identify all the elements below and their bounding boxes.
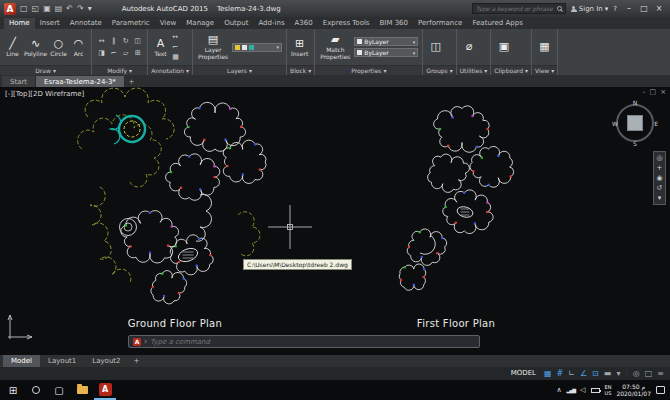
save-icon[interactable]: ▣ — [42, 4, 52, 13]
panel-properties-footer[interactable]: Properties▾ — [315, 65, 422, 75]
panel-modify-footer[interactable]: Modify▾ — [92, 65, 147, 75]
autocad-taskbar-button[interactable]: A — [94, 380, 116, 400]
tab-a360[interactable]: A360 — [290, 18, 318, 29]
viewcube-south-label[interactable]: S — [633, 140, 637, 147]
match-properties-button[interactable]: ▰Match Properties — [319, 34, 351, 60]
move-icon[interactable]: ↔ — [96, 36, 107, 47]
leader-icon[interactable]: ⌐ — [172, 43, 179, 51]
tray-expand-icon[interactable]: ∧ — [556, 386, 561, 394]
minimize-button[interactable]: – — [622, 2, 636, 15]
cortana-search-button[interactable] — [25, 380, 47, 400]
tab-home[interactable]: Home — [4, 18, 35, 29]
copy-icon[interactable]: ∥ — [108, 36, 119, 47]
group-button[interactable]: ◫ — [427, 41, 444, 53]
model-space-button[interactable]: MODEL — [508, 367, 539, 380]
doc-minimize-button[interactable]: – — [642, 88, 646, 96]
file-tab-start[interactable]: Start — [2, 76, 36, 87]
close-button[interactable]: × — [652, 2, 666, 15]
clean-screen-icon[interactable]: □ — [645, 367, 653, 380]
taskbar-clock[interactable]: 07:50 م 2020/01/07 — [616, 383, 651, 397]
tab-manage[interactable]: Manage — [181, 18, 219, 29]
file-explorer-button[interactable] — [71, 380, 93, 400]
measure-button[interactable]: ⌀ — [461, 41, 478, 53]
speaker-icon[interactable]: ◁ — [580, 386, 585, 394]
polar-tracking-icon[interactable]: ∠ — [580, 367, 587, 380]
open-icon[interactable]: ◱ — [31, 4, 41, 13]
mirror-icon[interactable]: ◫ — [132, 36, 143, 47]
tab-insert[interactable]: Insert — [35, 18, 65, 29]
app-menu-button[interactable]: A — [4, 3, 16, 15]
trim-icon[interactable]: ◨ — [96, 48, 107, 59]
viewport-controls-label[interactable]: [-][Top][2D Wireframe] — [5, 90, 84, 98]
object-color-select[interactable]: ByLayer ▾ — [354, 37, 418, 46]
panel-groups-footer[interactable]: Groups▾ — [423, 65, 455, 75]
status-dropdown-icon[interactable]: ▾ — [616, 367, 620, 380]
task-view-button[interactable]: ▢ — [48, 380, 70, 400]
new-layout-button[interactable]: + — [129, 357, 145, 365]
help-icon[interactable]: ? — [613, 5, 617, 13]
command-customize-icon[interactable]: A — [133, 338, 141, 346]
language-indicator[interactable]: ENUS — [605, 384, 612, 396]
start-button[interactable]: ⊞ — [2, 380, 24, 400]
navbar-more-icon[interactable]: ▾ — [658, 194, 662, 202]
search-input[interactable] — [476, 5, 555, 12]
circle-tool[interactable]: ○Circle — [50, 38, 67, 57]
command-input[interactable] — [150, 338, 475, 346]
qat-dropdown-icon[interactable]: ▾ — [87, 4, 93, 13]
lineweight-icon[interactable]: ▬ — [604, 367, 612, 380]
osnap-icon[interactable]: ⊡ — [592, 367, 599, 380]
tab-parametric[interactable]: Parametric — [107, 18, 155, 29]
snap-icon[interactable]: # — [557, 367, 564, 380]
new-drawing-tab-button[interactable]: + — [125, 76, 138, 87]
viewcube-top-face[interactable] — [627, 115, 643, 131]
undo-icon[interactable]: ↶ — [65, 4, 74, 13]
panel-clipboard-footer[interactable]: Clipboard▾ — [491, 65, 531, 75]
layout-tab-layout1[interactable]: Layout1 — [40, 355, 84, 367]
ortho-icon[interactable]: ∟ — [568, 367, 575, 380]
panel-block-footer[interactable]: Block▾ — [287, 65, 314, 75]
tab-view[interactable]: View — [155, 18, 182, 29]
paste-button[interactable]: ▣ — [495, 41, 512, 53]
tab-featured-apps[interactable]: Featured Apps — [467, 18, 527, 29]
pan-icon[interactable]: + — [657, 164, 663, 172]
polyline-tool[interactable]: ∿Polyline — [24, 38, 47, 57]
panel-layers-footer[interactable]: Layers▾ — [193, 65, 286, 75]
erase-icon[interactable]: ▱ — [120, 48, 131, 59]
tab-output[interactable]: Output — [219, 18, 253, 29]
tab-bim360[interactable]: BIM 360 — [375, 18, 414, 29]
viewcube-east-label[interactable]: E — [654, 120, 658, 127]
line-tool[interactable]: ╱Line — [4, 38, 21, 57]
zoom-icon[interactable]: ◉ — [656, 174, 662, 182]
network-icon[interactable]: ▂▄▆ — [567, 387, 576, 393]
fillet-icon[interactable]: ⌐ — [108, 48, 119, 59]
drawing-canvas[interactable]: [-][Top][2D Wireframe] – □ × N S W E ◎ +… — [0, 87, 670, 355]
viewcube[interactable]: N S W E — [613, 101, 657, 145]
customization-menu-icon[interactable]: ≡ — [657, 367, 664, 380]
tab-performance[interactable]: Performance — [413, 18, 467, 29]
text-tool[interactable]: AText — [152, 38, 169, 57]
panel-utilities-footer[interactable]: Utilities▾ — [457, 65, 491, 75]
maximize-button[interactable]: □ — [637, 2, 651, 15]
tab-addins[interactable]: Add-ins — [253, 18, 289, 29]
battery-icon[interactable] — [591, 388, 600, 393]
navigation-wheel-icon[interactable]: ◎ — [656, 154, 662, 162]
linetype-select[interactable]: ByLayer ▾ — [354, 48, 418, 57]
tab-express-tools[interactable]: Express Tools — [318, 18, 375, 29]
tab-annotate[interactable]: Annotate — [65, 18, 107, 29]
panel-annotation-footer[interactable]: Annotation▾ — [148, 65, 192, 75]
view-button[interactable]: ▦ — [536, 41, 553, 53]
viewcube-north-label[interactable]: N — [633, 99, 638, 106]
search-icon[interactable] — [557, 6, 562, 11]
print-icon[interactable]: ▤ — [54, 4, 64, 13]
viewcube-west-label[interactable]: W — [612, 120, 618, 127]
sign-in-button[interactable]: Sign In ▾ — [571, 5, 609, 13]
grid-icon[interactable]: ▦ — [544, 367, 552, 380]
layer-select[interactable]: ▾ — [232, 43, 282, 52]
panel-view-footer[interactable]: View▾ — [532, 65, 557, 75]
panel-draw-footer[interactable]: Draw▾ — [0, 65, 91, 75]
redo-icon[interactable]: ↷ — [76, 4, 85, 13]
isolate-objects-icon[interactable]: ◎ — [633, 367, 640, 380]
doc-close-button[interactable]: × — [660, 88, 666, 96]
new-icon[interactable]: □ — [19, 4, 29, 13]
table-icon[interactable]: ▦ — [172, 53, 179, 61]
